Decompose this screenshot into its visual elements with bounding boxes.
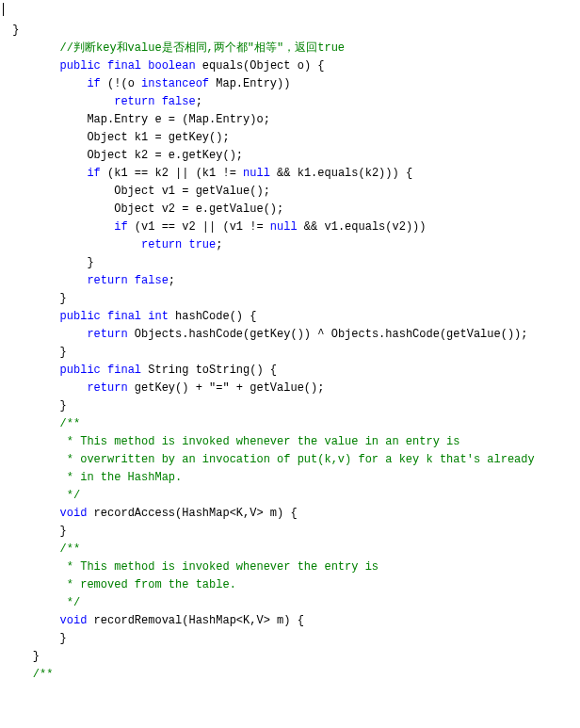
code-token: ; [169, 274, 175, 287]
code-line: if (k1 == k2 || (k1 != null && k1.equals… [6, 165, 574, 183]
code-line: if (!(o instanceof Map.Entry)) [6, 75, 574, 93]
code-token: public [60, 59, 101, 73]
code-token: return [114, 95, 154, 108]
code-line: public final int hashCode() { [6, 308, 574, 326]
code-line: public final boolean equals(Object o) { [6, 57, 574, 75]
code-token: return [141, 238, 182, 251]
code-line: } [6, 22, 574, 40]
code-token: null [270, 220, 298, 234]
code-token: if [87, 167, 100, 180]
code-token: boolean [148, 59, 195, 73]
code-line: */ [6, 594, 574, 612]
code-token: recordAccess(HashMap<K,V> m) { [87, 507, 297, 520]
code-line: */ [6, 487, 574, 505]
code-line: void recordRemoval(HashMap<K,V> m) { [6, 612, 574, 630]
code-token: (v1 == v2 || (v1 != [128, 220, 270, 234]
code-token [101, 59, 107, 73]
code-line: return false; [6, 272, 574, 290]
code-token: false [135, 274, 169, 287]
code-token: Object k2 = e.getKey(); [87, 149, 243, 162]
code-block: } //判断key和value是否相同,两个都"相等"，返回true publi… [0, 0, 580, 688]
code-token: } [87, 256, 93, 269]
code-token: int [148, 310, 169, 323]
code-token: final [107, 310, 141, 323]
code-token: } [33, 650, 40, 663]
code-token: } [60, 292, 67, 305]
code-token: public [60, 364, 101, 377]
code-line: //判断key和value是否相同,两个都"相等"，返回true [6, 40, 574, 57]
code-token: (k1 == k2 || (k1 != [101, 167, 243, 180]
code-line: * in the HashMap. [6, 469, 574, 487]
code-line: * This method is invoked whenever the en… [6, 558, 574, 576]
code-line: /** [6, 415, 574, 433]
code-token: Object k1 = getKey(); [87, 131, 229, 144]
code-line: } [6, 290, 574, 308]
code-line: } [6, 648, 574, 666]
code-token: return [87, 381, 127, 395]
code-token: ; [196, 95, 202, 108]
code-line: return getKey() + "=" + getValue(); [6, 380, 574, 397]
code-line: Object v1 = getValue(); [6, 183, 574, 201]
code-line: } [6, 254, 574, 272]
code-token: && k1.equals(k2))) { [270, 167, 412, 180]
code-token: (!(o [101, 77, 141, 90]
code-token: return [87, 274, 127, 287]
code-token: equals(Object o) { [196, 59, 325, 73]
code-token: Object v1 = getValue(); [114, 185, 270, 198]
code-token: * This method is invoked whenever the en… [60, 560, 379, 574]
code-line: public final String toString() { [6, 362, 574, 380]
code-token [101, 310, 107, 323]
code-token: && v1.equals(v2))) [298, 220, 427, 234]
code-line: } [6, 344, 574, 362]
code-line: * removed from the table. [6, 576, 574, 594]
code-token: public [60, 310, 101, 323]
code-token: Objects.hashCode(getKey()) ^ Objects.has… [128, 328, 528, 341]
code-line: Map.Entry e = (Map.Entry)o; [6, 111, 574, 129]
code-token: ; [216, 238, 222, 251]
code-line: } [6, 397, 574, 415]
code-token: instanceof [141, 77, 209, 90]
code-line: return Objects.hashCode(getKey()) ^ Obje… [6, 326, 574, 344]
code-token: * in the HashMap. [60, 471, 183, 484]
code-token: Map.Entry e = (Map.Entry)o; [87, 113, 269, 126]
code-token: * removed from the table. [60, 578, 236, 591]
code-line: } [6, 523, 574, 541]
code-line: void recordAccess(HashMap<K,V> m) { [6, 505, 574, 523]
code-token: } [60, 346, 67, 359]
code-token: } [60, 632, 67, 645]
code-token: * This method is invoked whenever the va… [60, 435, 460, 448]
code-token: false [162, 95, 196, 108]
code-token [154, 95, 161, 108]
text-cursor [3, 3, 4, 16]
code-token: /** [60, 542, 81, 556]
code-token: */ [60, 489, 81, 502]
code-token: String toString() { [141, 364, 277, 377]
code-token: /** [33, 668, 54, 681]
code-line: } [6, 630, 574, 648]
code-lines: } //判断key和value是否相同,两个都"相等"，返回true publi… [6, 22, 574, 684]
code-token: return [87, 328, 127, 341]
code-token: final [107, 59, 141, 73]
code-token: * overwritten by an invocation of put(k,… [60, 453, 535, 466]
code-token: null [243, 167, 270, 180]
code-token: if [114, 220, 127, 234]
code-token: */ [60, 596, 81, 609]
code-token: } [60, 525, 67, 538]
code-token: void [60, 614, 88, 627]
code-token: Object v2 = e.getValue(); [114, 202, 283, 216]
code-line: /** [6, 666, 574, 684]
code-token: hashCode() { [169, 310, 257, 323]
code-token: } [60, 399, 67, 413]
code-token [128, 274, 135, 287]
code-token: true [188, 238, 216, 251]
code-token: recordRemoval(HashMap<K,V> m) { [87, 614, 303, 627]
code-line: return true; [6, 236, 574, 254]
code-token [101, 364, 107, 377]
code-token: /** [60, 417, 81, 430]
code-line: * This method is invoked whenever the va… [6, 433, 574, 451]
code-token: getKey() + "=" + getValue(); [128, 381, 325, 395]
code-line: if (v1 == v2 || (v1 != null && v1.equals… [6, 218, 574, 236]
code-token: if [87, 77, 100, 90]
code-token: void [60, 507, 88, 520]
code-line: return false; [6, 93, 574, 111]
